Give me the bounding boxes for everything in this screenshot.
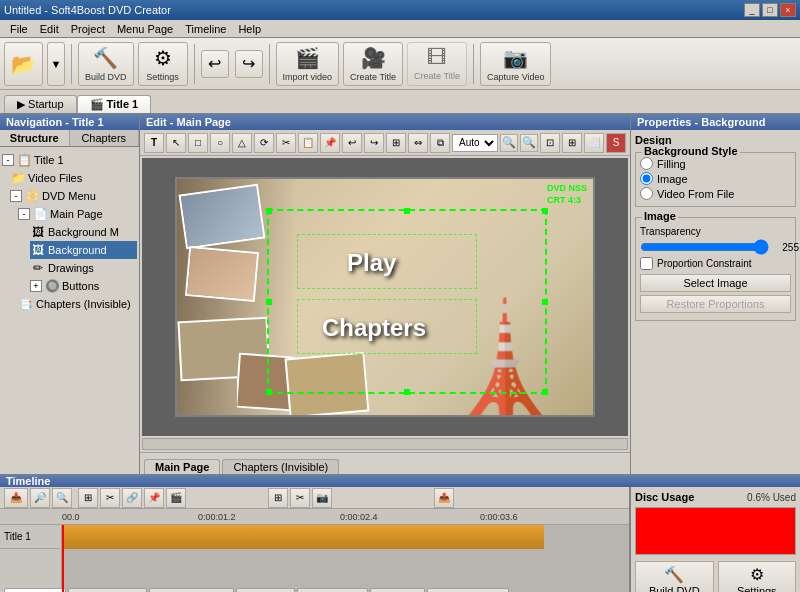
- rotate-tool[interactable]: ⟳: [254, 133, 274, 153]
- transparency-slider[interactable]: [640, 240, 769, 254]
- select-image-button[interactable]: Select Image: [640, 274, 791, 292]
- undo-button[interactable]: ↩: [201, 50, 229, 78]
- settings-button[interactable]: ⚙ Settings: [138, 42, 188, 86]
- zoom-out-tool[interactable]: 🔍: [500, 134, 518, 152]
- transparency-row: Transparency: [640, 226, 791, 237]
- main-page-tab[interactable]: Main Page: [144, 459, 220, 474]
- toolbar-sep-2: [194, 44, 195, 84]
- radio-filling[interactable]: Filling: [640, 157, 791, 170]
- redo-tool[interactable]: ↪: [364, 133, 384, 153]
- settings-tool[interactable]: S: [606, 133, 626, 153]
- flip-tool[interactable]: ⇔: [408, 133, 428, 153]
- menu-item-help[interactable]: Help: [232, 20, 267, 38]
- timeline-tool-2[interactable]: ✂: [100, 488, 120, 508]
- timeline-tool-3[interactable]: 🔗: [122, 488, 142, 508]
- zoom-out-timeline-btn[interactable]: 🔎: [30, 488, 50, 508]
- minimize-button[interactable]: _: [744, 3, 760, 17]
- save-dropdown-button[interactable]: ▼: [47, 42, 65, 86]
- build-dvd-button[interactable]: 🔨 Build DVD: [78, 42, 134, 86]
- rect-tool[interactable]: □: [188, 133, 208, 153]
- cut-tool[interactable]: ✂: [276, 133, 296, 153]
- timeline-btn-b[interactable]: ✂: [290, 488, 310, 508]
- tree-item-chapters[interactable]: 📑 Chapters (Invisible): [18, 295, 137, 313]
- import-video-button[interactable]: 🎬 Import video: [276, 42, 340, 86]
- canvas-hscrollbar[interactable]: [142, 438, 628, 450]
- chapters-invisible-tab[interactable]: Chapters (Invisible): [222, 459, 339, 474]
- tree-item-drawings[interactable]: ✏ Drawings: [30, 259, 137, 277]
- tree-item-videofiles[interactable]: 📁 Video Files: [10, 169, 137, 187]
- timeline-btn-a[interactable]: ⊞: [268, 488, 288, 508]
- disc-usage-title: Disc Usage: [635, 491, 694, 503]
- menu-item-timeline[interactable]: Timeline: [179, 20, 232, 38]
- expand-mainpage[interactable]: -: [18, 208, 30, 220]
- dvdmenu-icon: 📀: [24, 188, 40, 204]
- create-title2-button[interactable]: 🎞 Create Title: [407, 42, 467, 86]
- tree-item-backgroundM[interactable]: 🖼 Background M: [30, 223, 137, 241]
- timeline-btn-c[interactable]: 📷: [312, 488, 332, 508]
- expand-dvdmenu[interactable]: -: [10, 190, 22, 202]
- title1-tree-label: Title 1: [34, 154, 64, 166]
- menu-item-edit[interactable]: Edit: [34, 20, 65, 38]
- import-video-label: Import video: [283, 72, 333, 82]
- build-dvd-disc-label: Build DVD: [649, 585, 700, 592]
- props-panel: Properties - Background Design Backgroun…: [630, 114, 800, 474]
- safe-area-tool[interactable]: ⬜: [584, 133, 604, 153]
- text-tool[interactable]: T: [144, 133, 164, 153]
- proportion-constraint-row[interactable]: Proportion Constraint: [640, 257, 791, 270]
- import-video-timeline-btn[interactable]: 📥: [4, 488, 28, 508]
- zoom-in-timeline-btn[interactable]: 🔍: [52, 488, 72, 508]
- ellipse-tool[interactable]: ○: [210, 133, 230, 153]
- close-button[interactable]: ×: [780, 3, 796, 17]
- tree-item-dvdmenu[interactable]: - 📀 DVD Menu: [10, 187, 137, 205]
- triangle-tool[interactable]: △: [232, 133, 252, 153]
- title1-tab[interactable]: 🎬 Title 1: [77, 95, 152, 113]
- timeline-playhead[interactable]: [62, 525, 64, 592]
- radio-image[interactable]: Image: [640, 172, 791, 185]
- tab-timeline[interactable]: Timeline: [4, 588, 66, 593]
- build-dvd-disc-btn[interactable]: 🔨 Build DVD: [635, 561, 714, 592]
- tree-item-mainpage[interactable]: - 📄 Main Page: [18, 205, 137, 223]
- backgroundM-icon: 🖼: [30, 224, 46, 240]
- timeline-tool-5[interactable]: 🎬: [166, 488, 186, 508]
- align-tool[interactable]: ⊞: [386, 133, 406, 153]
- menu-item-project[interactable]: Project: [65, 20, 111, 38]
- radio-video[interactable]: Video From File: [640, 187, 791, 200]
- settings-disc-label: Settings: [737, 585, 777, 592]
- tree-item-background[interactable]: 🖼 Background: [30, 241, 137, 259]
- transparency-label: Transparency: [640, 226, 701, 237]
- title1-label: Title 1: [107, 98, 139, 110]
- nav-tab-chapters[interactable]: Chapters: [70, 130, 140, 146]
- background-icon: 🖼: [30, 242, 46, 258]
- proportion-checkbox[interactable]: [640, 257, 653, 270]
- mainpage-label: Main Page: [50, 208, 103, 220]
- tree-item-buttons[interactable]: + 🔘 Buttons: [30, 277, 137, 295]
- create-title-button[interactable]: 🎥 Create Title: [343, 42, 403, 86]
- startup-tab[interactable]: ▶ Startup: [4, 95, 77, 113]
- zoom-in-tool[interactable]: 🔍: [520, 134, 538, 152]
- restore-proportions-button[interactable]: Restore Proportions: [640, 295, 791, 313]
- maximize-button[interactable]: □: [762, 3, 778, 17]
- timeline-tool-4[interactable]: 📌: [144, 488, 164, 508]
- create-title2-label: Create Title: [414, 71, 460, 81]
- expand-buttons[interactable]: +: [30, 280, 42, 292]
- grid-tool[interactable]: ⊞: [562, 133, 582, 153]
- redo-button[interactable]: ↪: [235, 50, 263, 78]
- timeline-btn-d[interactable]: 📤: [434, 488, 454, 508]
- mode-select[interactable]: Auto: [452, 134, 498, 152]
- settings-disc-btn[interactable]: ⚙ Settings: [718, 561, 797, 592]
- paste-tool[interactable]: 📌: [320, 133, 340, 153]
- expand-title1[interactable]: -: [2, 154, 14, 166]
- menu-item-file[interactable]: File: [4, 20, 34, 38]
- copy-tool[interactable]: 📋: [298, 133, 318, 153]
- capture-video-button[interactable]: 📷 Capture Video: [480, 42, 551, 86]
- timeline-tool-1[interactable]: ⊞: [78, 488, 98, 508]
- fit-tool[interactable]: ⊡: [540, 133, 560, 153]
- order-tool[interactable]: ⧉: [430, 133, 450, 153]
- create-title-icon: 🎥: [361, 46, 386, 70]
- undo-tool[interactable]: ↩: [342, 133, 362, 153]
- menu-item-menupage[interactable]: Menu Page: [111, 20, 179, 38]
- open-button[interactable]: 📂: [4, 42, 43, 86]
- tree-item-title1[interactable]: - 📋 Title 1: [2, 151, 137, 169]
- select-tool[interactable]: ↖: [166, 133, 186, 153]
- nav-tab-structure[interactable]: Structure: [0, 130, 70, 146]
